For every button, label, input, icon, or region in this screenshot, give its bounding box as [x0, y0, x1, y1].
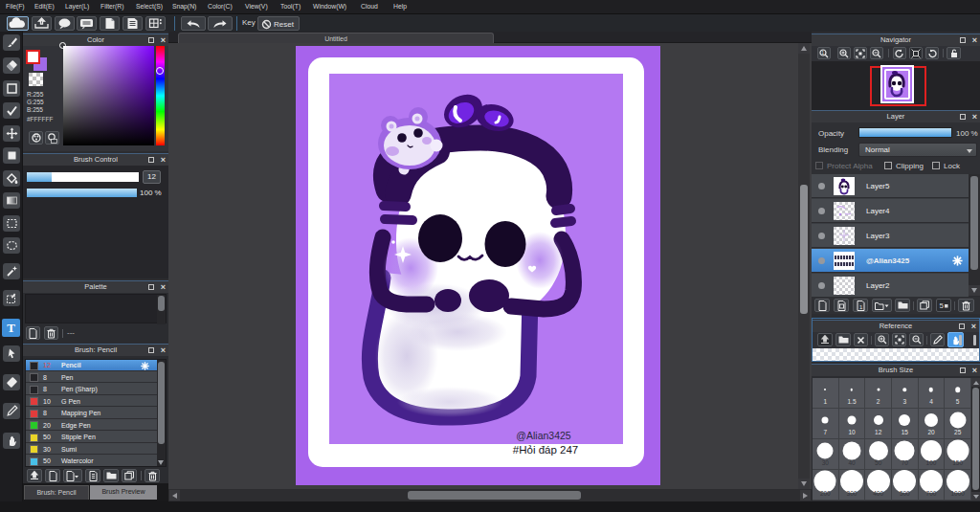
svg-text:1: 1	[859, 303, 863, 309]
svg-text:@Alian3425: @Alian3425	[516, 430, 571, 441]
svg-text:5: 5	[940, 301, 945, 310]
svg-text:#Hỏi đáp 247: #Hỏi đáp 247	[513, 444, 578, 456]
